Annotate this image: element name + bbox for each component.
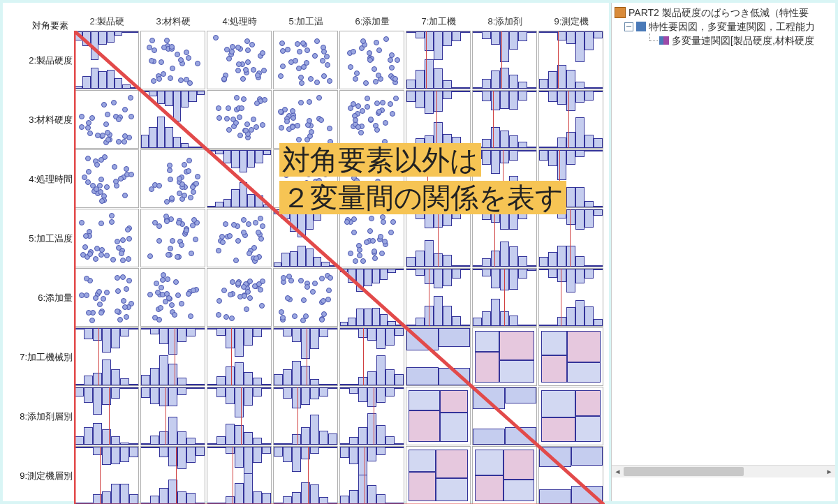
matrix-cell[interactable] bbox=[207, 149, 272, 208]
matrix-cell[interactable] bbox=[406, 446, 471, 504]
matrix-cell[interactable] bbox=[140, 268, 205, 327]
row-header: 8:添加剤層別 bbox=[8, 387, 75, 446]
matrix-cell[interactable] bbox=[472, 327, 537, 386]
matrix-cell[interactable] bbox=[74, 268, 139, 327]
matrix-cell[interactable] bbox=[140, 209, 205, 267]
matrix-cell[interactable] bbox=[140, 387, 205, 445]
tree-item-report[interactable]: 特性要因図，多変量連関図，工程能力 bbox=[615, 20, 832, 34]
matrix-cell[interactable] bbox=[339, 31, 404, 89]
matrix-cell[interactable] bbox=[406, 90, 471, 149]
collapse-icon[interactable] bbox=[624, 22, 633, 31]
scroll-thumb[interactable] bbox=[624, 467, 744, 476]
book-icon bbox=[615, 7, 626, 18]
matrix-cell[interactable] bbox=[406, 387, 471, 445]
matrix-cell[interactable] bbox=[207, 268, 272, 327]
scroll-right-button[interactable]: ► bbox=[823, 466, 835, 477]
matrix-cell[interactable] bbox=[74, 31, 139, 89]
col-header: 3:材料硬 bbox=[140, 15, 207, 28]
tree-item-root[interactable]: PART2 製品硬度のばらつき低減（特性要 bbox=[615, 6, 832, 20]
scroll-left-button[interactable]: ◄ bbox=[612, 466, 624, 477]
matrix-cell[interactable] bbox=[273, 327, 338, 386]
col-header: 8:添加剤 bbox=[472, 15, 538, 28]
matrix-cell[interactable] bbox=[472, 446, 537, 504]
row-header: 5:加工温度 bbox=[8, 209, 75, 268]
matrix-cell[interactable] bbox=[339, 268, 404, 327]
matrix-cell[interactable] bbox=[472, 209, 537, 267]
row-header: 9:測定機層別 bbox=[8, 446, 75, 504]
matrix-cell[interactable] bbox=[207, 31, 272, 89]
matrix-cell[interactable] bbox=[74, 327, 139, 386]
row-header: 4:処理時間 bbox=[8, 149, 75, 209]
tree-branch-icon bbox=[645, 34, 659, 47]
matrix-cell[interactable] bbox=[140, 31, 205, 89]
matrix-cell[interactable] bbox=[207, 387, 272, 445]
grid-icon bbox=[636, 22, 646, 31]
tree-label: 多変量連関図[製品硬度,材料硬度 bbox=[672, 34, 814, 47]
row-header: 6:添加量 bbox=[8, 268, 75, 327]
row-header: 3:材料硬度 bbox=[8, 90, 75, 149]
outline-tree[interactable]: PART2 製品硬度のばらつき低減（特性要 特性要因図，多変量連関図，工程能力 … bbox=[612, 3, 835, 47]
matrix-cell[interactable] bbox=[406, 209, 471, 267]
col-header: 7:加工機 bbox=[406, 15, 472, 28]
matrix-cell[interactable] bbox=[74, 149, 139, 208]
matrix-cell[interactable] bbox=[538, 387, 603, 445]
matrix-cell[interactable] bbox=[74, 446, 139, 504]
matrix-cell[interactable] bbox=[273, 209, 338, 267]
matrix-cell[interactable] bbox=[273, 90, 338, 149]
matrix-cell[interactable] bbox=[538, 446, 603, 504]
matrix-cell[interactable] bbox=[472, 31, 537, 89]
matrix-cell[interactable] bbox=[140, 149, 205, 208]
matrix-cell[interactable] bbox=[140, 327, 205, 386]
row-header: 2:製品硬度 bbox=[8, 31, 75, 90]
matrix-cell[interactable] bbox=[406, 327, 471, 386]
matrix-cell[interactable] bbox=[406, 31, 471, 89]
matrix-cell[interactable] bbox=[538, 327, 603, 386]
matrix-cell[interactable] bbox=[339, 90, 404, 149]
matrix-cell[interactable] bbox=[207, 446, 272, 504]
matrix-cell[interactable] bbox=[273, 268, 338, 327]
scroll-track[interactable] bbox=[624, 466, 823, 477]
matrix-cell[interactable] bbox=[207, 209, 272, 267]
navigator-panel: PART2 製品硬度のばらつき低減（特性要 特性要因図，多変量連関図，工程能力 … bbox=[611, 3, 835, 501]
scatterplot-matrix: 対角要素 2:製品硬3:材料硬4:処理時5:加工温6:添加量7:加工機8:添加剤… bbox=[8, 15, 603, 504]
matrix-cell[interactable] bbox=[406, 268, 471, 327]
col-header: 2:製品硬 bbox=[74, 15, 140, 28]
matrix-cell[interactable] bbox=[74, 90, 139, 149]
matrix-cell[interactable] bbox=[74, 209, 139, 267]
matrix-cell[interactable] bbox=[472, 268, 537, 327]
matrix-cell[interactable] bbox=[472, 387, 537, 445]
tree-item-plot[interactable]: 多変量連関図[製品硬度,材料硬度 bbox=[615, 34, 832, 47]
matrix-cell[interactable] bbox=[538, 268, 603, 327]
matrix-cell[interactable] bbox=[538, 209, 603, 267]
matrix-cell[interactable] bbox=[538, 90, 603, 149]
col-header: 9:測定機 bbox=[538, 15, 605, 28]
matrix-cell[interactable] bbox=[140, 446, 205, 504]
matrix-cell[interactable] bbox=[273, 31, 338, 89]
matrix-cell[interactable] bbox=[273, 446, 338, 504]
row-header: 7:加工機械別 bbox=[8, 327, 75, 387]
matrix-cell[interactable] bbox=[74, 387, 139, 445]
matrix-cell[interactable] bbox=[339, 446, 404, 504]
matrix-cell[interactable] bbox=[339, 209, 404, 267]
chart-icon bbox=[659, 36, 669, 45]
matrix-cell[interactable] bbox=[140, 90, 205, 149]
tree-label: PART2 製品硬度のばらつき低減（特性要 bbox=[628, 6, 809, 20]
matrix-cell[interactable] bbox=[339, 387, 404, 445]
horizontal-scrollbar[interactable]: ◄ ► bbox=[612, 465, 835, 477]
annotation-line-2: ２変量間の関係を表す bbox=[279, 181, 566, 214]
tree-label: 特性要因図，多変量連関図，工程能力 bbox=[649, 20, 815, 34]
matrix-cell[interactable] bbox=[538, 31, 603, 89]
col-header: 4:処理時 bbox=[207, 15, 273, 28]
matrix-cell[interactable] bbox=[273, 387, 338, 445]
annotation-line-1: 対角要素以外は bbox=[279, 143, 481, 177]
matrix-cell[interactable] bbox=[207, 327, 272, 386]
annotation-text: 対角要素以外は ２変量間の関係を表す bbox=[279, 141, 566, 216]
col-header: 6:添加量 bbox=[339, 15, 406, 28]
col-header: 5:加工温 bbox=[273, 15, 339, 28]
chart-panel: 対角要素 2:製品硬3:材料硬4:処理時5:加工温6:添加量7:加工機8:添加剤… bbox=[3, 3, 609, 501]
matrix-cell[interactable] bbox=[339, 327, 404, 386]
matrix-cell[interactable] bbox=[472, 90, 537, 149]
matrix-cell[interactable] bbox=[207, 90, 272, 149]
